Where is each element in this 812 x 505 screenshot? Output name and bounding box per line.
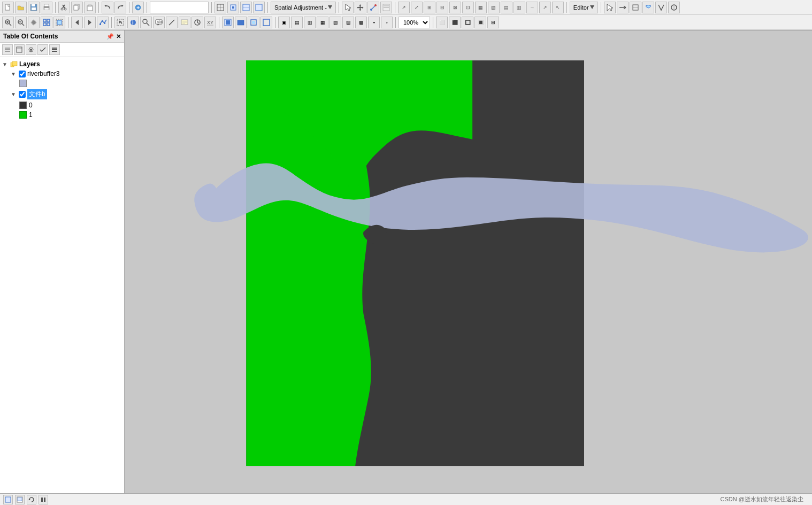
tb-btn1[interactable]: ▣ bbox=[278, 17, 290, 28]
find-button[interactable] bbox=[140, 17, 152, 28]
tb-btn3[interactable]: ▥ bbox=[304, 17, 316, 28]
tb-frame2[interactable]: ⬛ bbox=[449, 17, 461, 28]
data-frame-button[interactable] bbox=[261, 17, 272, 28]
cut-button[interactable] bbox=[58, 2, 70, 13]
topology-button[interactable] bbox=[240, 2, 252, 13]
tb-btn6[interactable]: ▨ bbox=[342, 17, 354, 28]
sa-tool9[interactable]: ▤ bbox=[501, 2, 512, 13]
sa-tool12[interactable]: ↗ bbox=[539, 2, 551, 13]
zoom-out-button[interactable] bbox=[15, 17, 27, 28]
editor-settings-button[interactable] bbox=[253, 2, 265, 13]
tb-frame3[interactable]: 🔲 bbox=[462, 17, 473, 28]
paste-button[interactable] bbox=[84, 2, 96, 13]
sa-tool8[interactable]: ▧ bbox=[488, 2, 500, 13]
sa-tool2[interactable]: ⤢ bbox=[411, 2, 423, 13]
map-area[interactable] bbox=[125, 30, 812, 493]
status-pause-btn[interactable] bbox=[39, 495, 48, 504]
zoom-dropdown[interactable]: 100% bbox=[399, 17, 430, 28]
toc-select-view[interactable] bbox=[37, 44, 48, 55]
scale-input[interactable]: 1:86, 185 bbox=[150, 2, 209, 13]
snap-button[interactable] bbox=[215, 2, 226, 13]
toggle-drawing-button[interactable] bbox=[222, 17, 234, 28]
status-map-btn[interactable] bbox=[3, 495, 13, 504]
svg-line-80 bbox=[197, 22, 199, 24]
sa-tool10[interactable]: ▥ bbox=[514, 2, 525, 13]
sa-tool7[interactable]: ▦ bbox=[475, 2, 487, 13]
tb-btn8[interactable]: ▪ bbox=[368, 17, 380, 28]
layer-riverbuffer3[interactable]: ▼ riverbuffer3 bbox=[2, 69, 122, 79]
sa-tool6[interactable]: ⊡ bbox=[462, 2, 474, 13]
edit-arrow4[interactable] bbox=[642, 2, 654, 13]
svg-rect-61 bbox=[104, 22, 105, 24]
goto-xy-button[interactable]: XY bbox=[204, 17, 216, 28]
toc-list-view[interactable] bbox=[2, 44, 13, 55]
toc-close-icon[interactable]: ✕ bbox=[116, 33, 121, 40]
status-layout-btn[interactable] bbox=[15, 495, 25, 504]
select-features-button[interactable] bbox=[114, 17, 126, 28]
edit-arrow3[interactable] bbox=[630, 2, 641, 13]
tb-overview[interactable]: ⊞ bbox=[487, 17, 499, 28]
zoom-to-layer-button[interactable] bbox=[235, 17, 247, 28]
sa-tool1[interactable]: ↗ bbox=[398, 2, 410, 13]
time-slider-button[interactable] bbox=[191, 17, 203, 28]
svg-point-30 bbox=[370, 9, 372, 11]
fwd-nav-button[interactable] bbox=[84, 17, 96, 28]
layer-wenjianb[interactable]: ▼ 文件b bbox=[2, 88, 122, 100]
tb-frame4[interactable]: 🔳 bbox=[474, 17, 486, 28]
zoom-full-button[interactable] bbox=[41, 17, 52, 28]
sa-tool13[interactable]: ↖ bbox=[552, 2, 564, 13]
sa-tool5[interactable]: ⊠ bbox=[449, 2, 461, 13]
edit-arrow1[interactable] bbox=[604, 2, 616, 13]
svg-line-45 bbox=[9, 24, 11, 26]
undo-button[interactable] bbox=[102, 2, 113, 13]
wenjianb-checkbox[interactable] bbox=[19, 91, 26, 98]
tb-btn9[interactable]: ▫ bbox=[381, 17, 393, 28]
edit-arrow6[interactable] bbox=[668, 2, 680, 13]
toc-pin-icon[interactable]: 📌 bbox=[106, 33, 114, 40]
toc-options[interactable] bbox=[49, 44, 60, 55]
print-button[interactable] bbox=[41, 2, 52, 13]
save-button[interactable] bbox=[28, 2, 40, 13]
zoom-selection-button[interactable] bbox=[53, 17, 65, 28]
new-button[interactable] bbox=[2, 2, 14, 13]
wenjianb-legend-1: 1 bbox=[2, 110, 122, 120]
view-extent-button[interactable] bbox=[248, 17, 259, 28]
html-popup-button[interactable]: abc bbox=[153, 17, 165, 28]
open-button[interactable] bbox=[15, 2, 27, 13]
map-tips-button[interactable] bbox=[179, 17, 190, 28]
layers-group[interactable]: ▼ Layers bbox=[2, 59, 122, 69]
copy-button[interactable] bbox=[71, 2, 83, 13]
editor-dropdown-button[interactable]: Editor bbox=[570, 2, 598, 13]
measure-button[interactable] bbox=[166, 17, 178, 28]
toc-title: Table Of Contents bbox=[3, 33, 58, 40]
tb-frame1[interactable]: ⬜ bbox=[436, 17, 448, 28]
sep5 bbox=[211, 2, 212, 13]
back-nav-button[interactable] bbox=[71, 17, 83, 28]
toc-source-view[interactable] bbox=[14, 44, 25, 55]
identify-button[interactable]: i bbox=[127, 17, 139, 28]
edit-vertex-button[interactable] bbox=[97, 17, 109, 28]
sa-tool3[interactable]: ⊞ bbox=[424, 2, 435, 13]
create-features-button[interactable] bbox=[227, 2, 239, 13]
tb-btn4[interactable]: ▦ bbox=[317, 17, 328, 28]
pan-tool[interactable] bbox=[355, 2, 366, 13]
tb-btn7[interactable]: ▩ bbox=[355, 17, 367, 28]
sa-tool4[interactable]: ⊟ bbox=[436, 2, 448, 13]
zoom-in-button[interactable] bbox=[2, 17, 14, 28]
toc-vis-view[interactable] bbox=[26, 44, 36, 55]
svg-rect-60 bbox=[102, 20, 103, 22]
tb-btn5[interactable]: ▧ bbox=[330, 17, 341, 28]
pan-map-button[interactable] bbox=[28, 17, 40, 28]
sa-tool11[interactable]: → bbox=[526, 2, 538, 13]
edit-arrow5[interactable] bbox=[655, 2, 667, 13]
edit-arrow2[interactable] bbox=[617, 2, 629, 13]
tb-btn2[interactable]: ▤ bbox=[291, 17, 303, 28]
status-refresh-btn[interactable] bbox=[27, 495, 36, 504]
spatial-adjustment-button[interactable]: Spatial Adjustment - bbox=[271, 2, 336, 13]
view-links-button[interactable] bbox=[380, 2, 392, 13]
riverbuffer3-checkbox[interactable] bbox=[19, 71, 26, 77]
add-data-button[interactable]: + bbox=[132, 2, 144, 13]
redo-button[interactable] bbox=[114, 2, 126, 13]
select-tool[interactable] bbox=[342, 2, 354, 13]
link-tool[interactable] bbox=[367, 2, 379, 13]
